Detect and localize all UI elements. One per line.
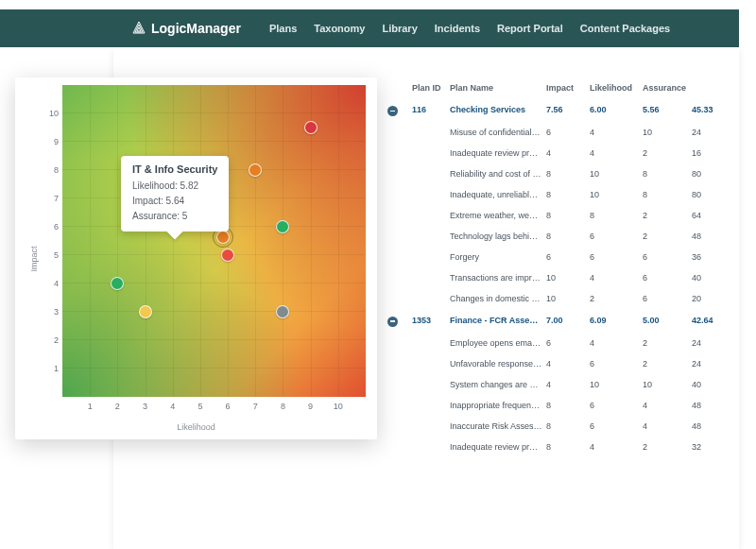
chart-plot-area[interactable]: IT & Info Security Likelihood: 5.82 Impa… <box>62 85 366 397</box>
nav-library[interactable]: Library <box>382 23 417 34</box>
table-row[interactable]: System changes are not properly author..… <box>387 374 730 395</box>
tooltip-title: IT & Info Security <box>132 163 217 175</box>
chart-point[interactable] <box>276 305 289 318</box>
table-header: Plan ID Plan Name Impact Likelihood Assu… <box>387 77 730 98</box>
chart-point[interactable] <box>276 220 289 233</box>
y-axis-label: Impact <box>29 246 39 271</box>
table-row[interactable]: Inaccurate Risk Assessment86448 <box>387 416 730 437</box>
col-impact[interactable]: Impact <box>546 83 586 93</box>
table-row[interactable]: Inadequate review procedures to ensure..… <box>387 437 730 457</box>
nav-report-portal[interactable]: Report Portal <box>497 23 563 34</box>
table-row[interactable]: Employee opens email with WannaCry ...64… <box>387 333 730 353</box>
table-group-row[interactable]: 1353Finance - FCR Assessment tes7.006.09… <box>387 309 730 333</box>
table-group-row[interactable]: 116Checking Services7.566.005.5645.33 <box>387 98 730 122</box>
tooltip-likelihood: Likelihood: 5.82 <box>132 179 217 194</box>
brand-logo[interactable]: LogicManager <box>132 21 241 37</box>
chart-point[interactable] <box>249 163 262 177</box>
chart-point[interactable] <box>139 305 152 318</box>
y-ticks: 12345678910 <box>43 85 59 397</box>
risk-heatmap-card: Impact Likelihood 12345678910 1234567891… <box>15 77 377 439</box>
collapse-icon[interactable] <box>387 317 398 327</box>
chart-tooltip: IT & Info Security Likelihood: 5.82 Impa… <box>121 156 229 232</box>
collapse-icon[interactable] <box>387 106 398 116</box>
col-plan-id[interactable]: Plan ID <box>412 83 446 93</box>
table-row[interactable]: Transactions are improperly classified10… <box>387 267 730 288</box>
x-axis-label: Likelihood <box>177 422 215 432</box>
nav-menu: Plans Taxonomy Library Incidents Report … <box>269 23 670 34</box>
chart-point[interactable] <box>221 249 234 262</box>
pyramid-icon <box>132 21 146 37</box>
col-assurance[interactable]: Assurance <box>643 83 688 93</box>
table-row[interactable]: Inappropriate frequency of risk assessm.… <box>387 395 730 416</box>
tooltip-assurance: Assurance: 5 <box>132 209 217 224</box>
tooltip-impact: Impact: 5.64 <box>132 194 217 209</box>
nav-content-packages[interactable]: Content Packages <box>580 23 670 34</box>
table-row[interactable]: Unfavorable response to business models4… <box>387 353 730 374</box>
top-navbar: LogicManager Plans Taxonomy Library Inci… <box>0 9 739 47</box>
col-plan-name[interactable]: Plan Name <box>450 83 542 93</box>
table-row[interactable]: Reliability and cost of public transport… <box>387 163 730 184</box>
nav-incidents[interactable]: Incidents <box>435 23 480 34</box>
nav-taxonomy[interactable]: Taxonomy <box>314 23 365 34</box>
col-score[interactable] <box>692 83 730 93</box>
chart-point[interactable] <box>111 277 124 290</box>
table-body: 116Checking Services7.566.005.5645.33Mis… <box>387 98 730 457</box>
table-row[interactable]: Technology lags behind competitors86248 <box>387 226 730 247</box>
chart-point[interactable] <box>216 231 230 244</box>
chart-point[interactable] <box>304 121 318 134</box>
table-row[interactable]: Inadequate review procedures to ensure..… <box>387 143 730 163</box>
table-row[interactable]: Misuse of confidential information641024 <box>387 122 730 143</box>
nav-plans[interactable]: Plans <box>269 23 297 34</box>
table-row[interactable]: Extreme weather, weather pattern chang..… <box>387 205 730 226</box>
x-ticks: 12345678910 <box>62 402 366 415</box>
table-row[interactable]: Inadequate, unreliable, or costly public… <box>387 184 730 205</box>
brand-name: LogicManager <box>151 21 241 36</box>
table-row[interactable]: Changes in domestic regulations, laws, .… <box>387 288 730 309</box>
table-row[interactable]: Forgery66636 <box>387 247 730 267</box>
col-likelihood[interactable]: Likelihood <box>590 83 639 93</box>
risk-table: Plan ID Plan Name Impact Likelihood Assu… <box>387 77 730 549</box>
